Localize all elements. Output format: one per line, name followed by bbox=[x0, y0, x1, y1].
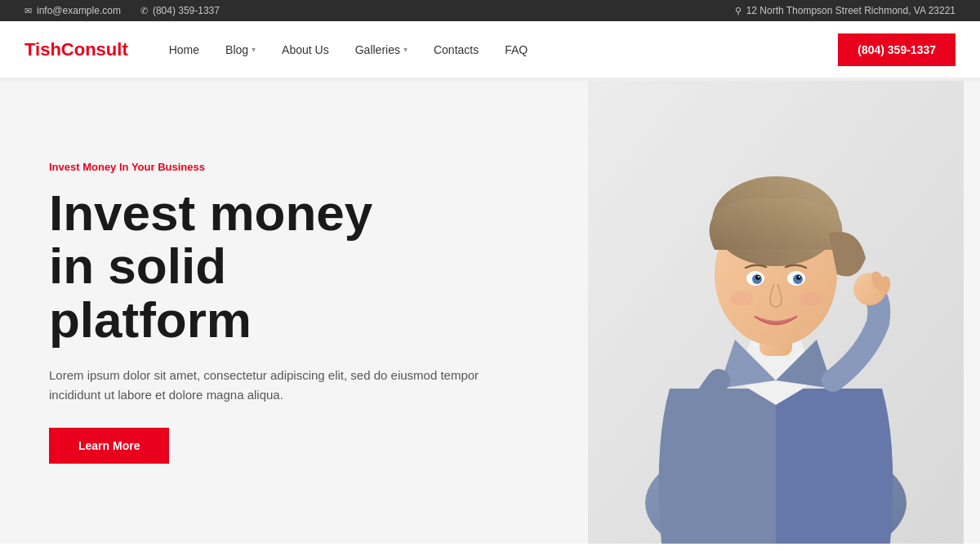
person-illustration bbox=[588, 81, 964, 544]
phone-number: (804) 359-1337 bbox=[153, 5, 220, 16]
nav-about[interactable]: About Us bbox=[282, 43, 329, 56]
hero-cta-button[interactable]: Learn More bbox=[49, 428, 169, 464]
hero-image bbox=[555, 81, 980, 544]
email-item: ✉ info@example.com bbox=[24, 5, 121, 16]
nav-galleries[interactable]: Galleries ▾ bbox=[355, 43, 408, 56]
blog-chevron-icon: ▾ bbox=[252, 45, 256, 54]
nav-faq[interactable]: FAQ bbox=[505, 43, 528, 56]
phone-icon: ✆ bbox=[140, 6, 148, 16]
hero-content: Invest Money In Your Business Invest mon… bbox=[0, 128, 514, 495]
address-item: ⚲ 12 North Thompson Street Richmond, VA … bbox=[735, 5, 956, 16]
nav-blog[interactable]: Blog ▾ bbox=[225, 43, 256, 56]
hero-description: Lorem ipsum dolor sit amet, consectetur … bbox=[49, 366, 490, 405]
address-text: 12 North Thompson Street Richmond, VA 23… bbox=[746, 5, 956, 16]
svg-point-13 bbox=[730, 291, 753, 306]
hero-title: Invest money in solid platform bbox=[49, 186, 490, 345]
hero-subtitle: Invest Money In Your Business bbox=[49, 161, 490, 173]
logo[interactable]: TishConsult bbox=[24, 39, 128, 60]
nav-contacts[interactable]: Contacts bbox=[434, 43, 479, 56]
phone-button[interactable]: (804) 359-1337 bbox=[838, 33, 956, 66]
galleries-chevron-icon: ▾ bbox=[403, 45, 408, 54]
svg-point-12 bbox=[799, 276, 800, 278]
email-icon: ✉ bbox=[24, 6, 32, 16]
svg-point-11 bbox=[758, 276, 760, 278]
svg-point-9 bbox=[755, 275, 760, 280]
location-icon: ⚲ bbox=[735, 6, 742, 16]
nav: Home Blog ▾ About Us Galleries ▾ Contact… bbox=[169, 43, 839, 56]
svg-point-14 bbox=[799, 291, 822, 306]
header: TishConsult Home Blog ▾ About Us Galleri… bbox=[0, 21, 980, 78]
phone-item: ✆ (804) 359-1337 bbox=[140, 5, 220, 16]
svg-point-10 bbox=[796, 275, 801, 280]
top-bar-left: ✉ info@example.com ✆ (804) 359-1337 bbox=[24, 5, 220, 16]
hero-section: Invest Money In Your Business Invest mon… bbox=[0, 81, 980, 544]
top-bar: ✉ info@example.com ✆ (804) 359-1337 ⚲ 12… bbox=[0, 0, 980, 21]
nav-home[interactable]: Home bbox=[169, 43, 199, 56]
email-address: info@example.com bbox=[37, 5, 121, 16]
